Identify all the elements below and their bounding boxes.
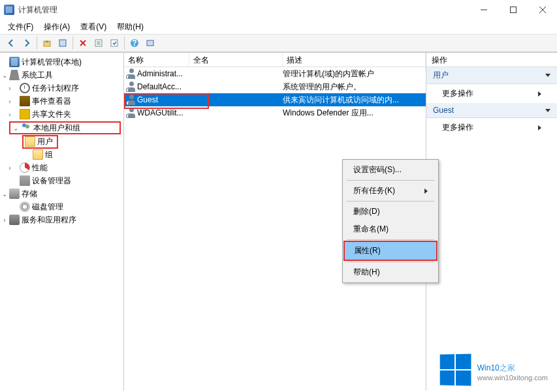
disk-icon	[20, 202, 30, 212]
ctx-set-password[interactable]: 设置密码(S)...	[344, 161, 437, 179]
user-icon: ↓	[127, 108, 137, 118]
ctx-delete[interactable]: 删除(D)	[344, 203, 437, 220]
collapse-icon	[545, 109, 550, 112]
delete-button[interactable]	[76, 36, 90, 50]
collapse-icon	[545, 74, 550, 77]
menu-help[interactable]: 帮助(H)	[112, 20, 149, 34]
tree-shared-folders[interactable]: ›共享文件夹	[0, 108, 123, 121]
folder-icon	[25, 136, 35, 147]
help-button[interactable]: ?	[127, 36, 142, 50]
tree-root[interactable]: 计算机管理(本地)	[0, 55, 123, 68]
event-icon	[20, 96, 30, 106]
clock-icon	[20, 83, 30, 93]
device-icon	[20, 175, 30, 186]
ctx-properties[interactable]: 属性(R)	[345, 242, 436, 260]
submenu-arrow-icon	[424, 188, 428, 194]
watermark: Win10之家 www.win10xitong.com	[439, 354, 548, 385]
maximize-button[interactable]	[498, 0, 528, 20]
menu-view[interactable]: 查看(V)	[75, 20, 112, 34]
user-row-selected[interactable]: ↓Guest 供来宾访问计算机或访问域的内...	[124, 93, 426, 106]
action-more-users[interactable]: 更多操作	[426, 84, 557, 103]
user-icon: ↓	[127, 95, 137, 105]
highlight-marker: 属性(R)	[343, 241, 438, 261]
svg-rect-2	[59, 40, 66, 46]
ctx-separator	[347, 239, 434, 240]
tree-services-apps[interactable]: ›服务和应用程序	[0, 213, 123, 226]
export-button[interactable]	[107, 36, 121, 50]
share-icon	[20, 109, 30, 119]
col-fullname[interactable]: 全名	[189, 53, 283, 67]
col-description[interactable]: 描述	[283, 53, 426, 67]
col-name[interactable]: 名称	[124, 53, 189, 67]
menu-action[interactable]: 操作(A)	[39, 20, 75, 34]
computer-icon	[9, 57, 20, 67]
back-button[interactable]	[4, 36, 18, 50]
users-group-icon	[21, 123, 31, 133]
view-button[interactable]	[143, 36, 157, 50]
svg-rect-4	[111, 40, 118, 46]
ctx-all-tasks[interactable]: 所有任务(K)	[344, 182, 437, 200]
tree-disk-management[interactable]: 磁盘管理	[0, 200, 123, 213]
up-button[interactable]	[40, 36, 54, 50]
tree-local-users-groups[interactable]: ⌄本地用户和组	[9, 121, 121, 134]
ctx-help[interactable]: 帮助(H)	[344, 264, 437, 281]
menu-file[interactable]: 文件(F)	[3, 20, 39, 34]
tree-groups[interactable]: 组	[0, 148, 123, 161]
service-icon	[9, 215, 20, 225]
action-group-users[interactable]: 用户	[426, 67, 557, 84]
window-title: 计算机管理	[18, 5, 469, 16]
context-menu: 设置密码(S)... 所有任务(K) 删除(D) 重命名(M) 属性(R) 帮助…	[342, 159, 439, 283]
tree-device-manager[interactable]: 设备管理器	[0, 174, 123, 187]
ctx-separator	[347, 262, 434, 262]
windows-logo-icon	[439, 354, 471, 385]
storage-icon	[9, 188, 20, 199]
tree-system-tools[interactable]: ⌄系统工具	[0, 68, 123, 82]
tree-event-viewer[interactable]: ›事件查看器	[0, 95, 123, 108]
close-button[interactable]	[528, 0, 557, 20]
tree-storage[interactable]: ⌄存储	[0, 187, 123, 200]
action-more-guest[interactable]: 更多操作	[426, 118, 557, 137]
ctx-rename[interactable]: 重命名(M)	[344, 220, 437, 238]
refresh-button[interactable]	[91, 36, 106, 50]
toolbar: ?	[0, 34, 557, 52]
action-group-guest[interactable]: Guest	[426, 103, 557, 118]
user-row[interactable]: ↓DefaultAcc... 系统管理的用户帐户。	[124, 80, 426, 93]
properties-button[interactable]	[56, 36, 70, 50]
svg-rect-7	[147, 40, 153, 46]
list-pane: 名称 全名 描述 ↓Administrat... 管理计算机(域)的内置帐户 ↓…	[124, 53, 426, 391]
titlebar: 计算机管理	[0, 0, 557, 20]
svg-text:?: ?	[132, 38, 136, 48]
minimize-button[interactable]	[469, 0, 498, 20]
tree-users[interactable]: 用户	[22, 135, 121, 148]
watermark-brand: Win10之家	[477, 358, 548, 374]
user-row[interactable]: ↓Administrat... 管理计算机(域)的内置帐户	[124, 67, 426, 80]
ctx-separator	[347, 201, 434, 202]
tree-performance[interactable]: ›性能	[0, 161, 123, 174]
folder-icon	[33, 149, 43, 160]
forward-button[interactable]	[20, 36, 34, 50]
svg-rect-0	[510, 7, 516, 13]
user-icon: ↓	[127, 68, 137, 79]
app-icon	[4, 5, 14, 15]
tree-pane: 计算机管理(本地) ⌄系统工具 ›任务计划程序 ›事件查看器 ›共享文件夹 ⌄本…	[0, 53, 124, 391]
tools-icon	[9, 70, 20, 80]
performance-icon	[20, 162, 30, 173]
actions-pane: 操作 用户 更多操作 Guest 更多操作	[426, 53, 557, 391]
tree-task-scheduler[interactable]: ›任务计划程序	[0, 82, 123, 95]
watermark-url: www.win10xitong.com	[477, 374, 548, 382]
menubar: 文件(F) 操作(A) 查看(V) 帮助(H)	[0, 20, 557, 34]
user-row[interactable]: ↓WDAGUtilit... Windows Defender 应用...	[124, 106, 426, 119]
ctx-separator	[347, 180, 434, 181]
actions-header: 操作	[426, 53, 557, 67]
list-header: 名称 全名 描述	[124, 53, 426, 67]
user-icon: ↓	[127, 82, 137, 92]
submenu-arrow-icon	[538, 125, 541, 130]
submenu-arrow-icon	[538, 91, 541, 97]
